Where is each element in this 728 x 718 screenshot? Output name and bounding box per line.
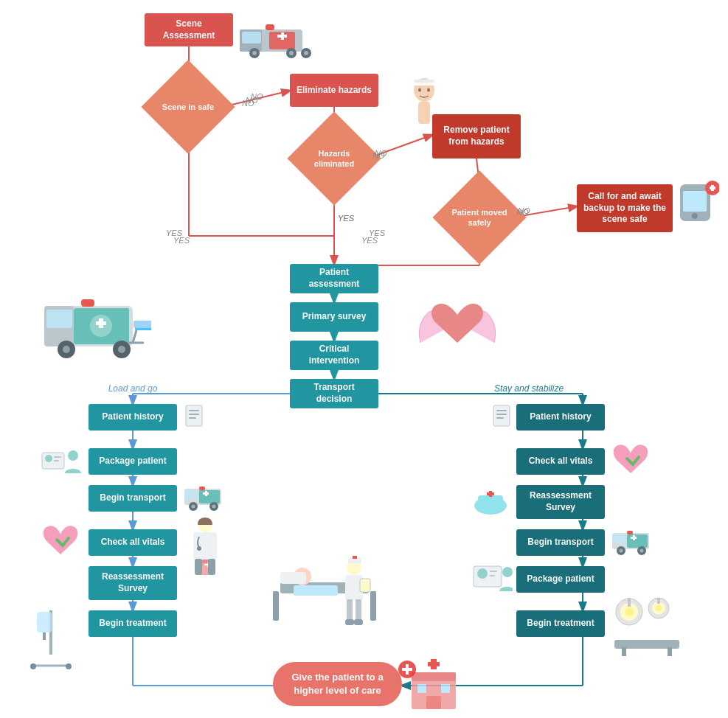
- right-package-patient-box: Package patient: [516, 566, 605, 593]
- svg-rect-144: [490, 571, 497, 572]
- svg-rect-95: [193, 532, 217, 560]
- svg-rect-68: [81, 299, 94, 307]
- svg-rect-142: [474, 566, 502, 587]
- svg-point-67: [118, 346, 125, 353]
- stay-stabilize-label: Stay and stabilize: [494, 383, 564, 394]
- svg-rect-37: [281, 32, 284, 40]
- svg-rect-102: [208, 559, 215, 575]
- ambulance-icon-left: [183, 483, 231, 512]
- svg-rect-77: [189, 414, 199, 415]
- svg-rect-120: [347, 599, 353, 621]
- svg-point-49: [418, 88, 421, 92]
- svg-rect-114: [280, 572, 306, 584]
- svg-rect-62: [99, 318, 103, 328]
- patient-moved-diamond: Patient moved safely: [446, 184, 513, 251]
- svg-rect-111: [370, 591, 376, 621]
- svg-point-41: [289, 51, 294, 55]
- svg-point-152: [656, 605, 662, 611]
- heart-hands-illustration: [409, 276, 505, 365]
- yes-left-label: YES: [166, 229, 182, 237]
- svg-rect-164: [426, 696, 441, 709]
- svg-rect-93: [199, 487, 205, 490]
- svg-rect-70: [134, 321, 151, 328]
- svg-rect-136: [612, 534, 625, 543]
- svg-point-149: [625, 607, 634, 616]
- svg-rect-88: [184, 490, 198, 499]
- svg-rect-119: [360, 579, 370, 592]
- ambulance-icon-right: [611, 527, 659, 557]
- svg-rect-81: [54, 456, 61, 458]
- svg-rect-51: [418, 102, 430, 124]
- svg-point-66: [63, 346, 70, 353]
- yes-right-label: YES: [369, 229, 385, 237]
- svg-rect-157: [668, 647, 672, 656]
- id-card-icon-right: [472, 563, 513, 593]
- ambulance-illustration-top: [236, 11, 325, 59]
- iv-drip-illustration: [22, 610, 81, 669]
- svg-rect-133: [627, 534, 648, 548]
- svg-rect-163: [441, 684, 450, 693]
- svg-point-83: [68, 450, 78, 461]
- svg-rect-117: [353, 556, 357, 559]
- id-card-icon-left: [41, 448, 81, 475]
- svg-rect-124: [493, 405, 510, 426]
- scene-assessment-box: Scene Assessment: [145, 13, 233, 46]
- svg-rect-161: [431, 659, 437, 669]
- ambulance-illustration-left: [41, 280, 151, 361]
- svg-rect-75: [186, 405, 202, 426]
- svg-rect-162: [417, 684, 426, 693]
- svg-rect-101: [195, 559, 202, 575]
- svg-rect-129: [478, 495, 503, 507]
- svg-point-139: [620, 549, 623, 553]
- document-icon-left: [183, 404, 209, 431]
- svg-point-108: [66, 663, 72, 669]
- svg-rect-159: [412, 672, 456, 681]
- left-check-vitals-box: Check all vitals: [89, 529, 177, 556]
- right-reassessment-box: Reassessment Survey: [516, 485, 605, 519]
- hazards-eliminated-diamond: Hazards eliminated: [301, 125, 367, 192]
- svg-rect-63: [46, 310, 72, 328]
- svg-line-71: [133, 330, 136, 343]
- svg-rect-48: [414, 80, 434, 83]
- left-package-patient-box: Package patient: [89, 448, 177, 475]
- svg-rect-76: [189, 410, 199, 411]
- eliminate-hazards-box: Eliminate hazards: [290, 74, 378, 107]
- svg-rect-156: [622, 647, 626, 656]
- svg-rect-104: [37, 612, 52, 632]
- document-icon-right: [490, 404, 517, 431]
- svg-point-96: [197, 546, 201, 551]
- right-check-vitals-box: Check all vitals: [516, 448, 605, 475]
- svg-rect-121: [356, 599, 361, 621]
- remove-patient-box: Remove patient from hazards: [432, 114, 521, 158]
- left-begin-treatment-box: Begin treatment: [89, 610, 177, 637]
- no-top-label: NO: [246, 96, 258, 105]
- svg-rect-154: [657, 598, 660, 604]
- svg-rect-42: [266, 24, 274, 30]
- patient-assessment-box: Patient assessment: [290, 264, 378, 293]
- heart-check-icon-right: [611, 442, 651, 479]
- svg-rect-79: [42, 453, 64, 469]
- svg-rect-87: [205, 491, 207, 496]
- svg-point-107: [30, 663, 36, 669]
- heart-check-icon-left: [41, 523, 81, 560]
- svg-rect-127: [496, 417, 504, 419]
- flowchart-diagram: Scene Assessment Scene in sa: [0, 0, 728, 718]
- phone-illustration: [679, 181, 719, 225]
- left-reassessment-box: Reassessment Survey: [89, 566, 177, 600]
- svg-rect-56: [711, 185, 714, 191]
- svg-rect-135: [633, 535, 635, 540]
- right-begin-treatment-box: Begin treatment: [516, 610, 605, 637]
- svg-point-140: [640, 549, 644, 553]
- svg-rect-85: [199, 490, 220, 503]
- call-backup-box: Call for and await backup to make the sc…: [577, 184, 673, 232]
- nurse-hat-icon: [472, 485, 509, 519]
- red-cross-hospital: [398, 661, 416, 678]
- transport-decision-box: Transport decision: [290, 379, 378, 408]
- svg-rect-113: [294, 585, 338, 596]
- svg-point-45: [304, 51, 308, 55]
- right-patient-history-box: Patient history: [516, 404, 605, 431]
- svg-rect-167: [406, 664, 409, 675]
- svg-rect-82: [54, 460, 59, 461]
- load-go-label: Load and go: [108, 383, 158, 394]
- left-patient-history-box: Patient history: [89, 404, 177, 431]
